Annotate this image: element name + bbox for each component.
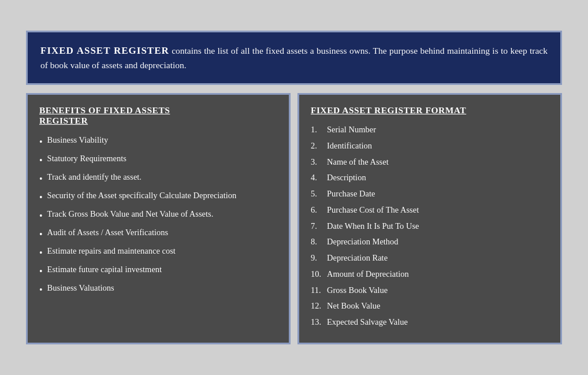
list-item: 3.Name of the Asset (311, 156, 549, 169)
item-label: Description (327, 172, 366, 184)
item-number: 3. (311, 156, 327, 169)
list-item: •Statutory Requirements (39, 153, 277, 168)
item-number: 11. (311, 284, 327, 297)
item-number: 8. (311, 236, 327, 248)
list-item: 5.Purchase Date (311, 188, 549, 201)
item-label: Depreciation Rate (327, 252, 388, 265)
item-number: 9. (311, 252, 327, 265)
item-number: 5. (311, 188, 327, 201)
item-label: Gross Book Value (327, 284, 388, 297)
item-label: Depreciation Method (327, 236, 399, 248)
item-label: Net Book Value (327, 300, 380, 313)
list-item: •Audit of Assets / Asset Verifications (39, 227, 277, 242)
format-list: 1.Serial Number2.Identification3.Name of… (311, 124, 549, 329)
item-number: 1. (311, 124, 327, 136)
item-number: 13. (311, 316, 327, 329)
list-item: 12.Net Book Value (311, 300, 549, 313)
two-column-section: BENEFITS OF FIXED ASSETS REGISTER •Busin… (26, 93, 562, 344)
list-item: •Security of the Asset specifically Calc… (39, 190, 277, 205)
list-item: 13.Expected Salvage Value (311, 316, 549, 329)
bullet-icon: • (39, 172, 43, 186)
list-item: 10.Amount of Depreciation (311, 268, 549, 281)
bullet-icon: • (39, 154, 43, 168)
list-item: •Estimate repairs and maintenance cost (39, 245, 277, 260)
list-item: •Track and identify the asset. (39, 171, 277, 186)
page-wrapper: FIXED ASSET REGISTER contains the list o… (17, 21, 571, 354)
item-label: Purchase Cost of The Asset (327, 204, 419, 217)
list-item: 4.Description (311, 172, 549, 184)
list-item: 9.Depreciation Rate (311, 252, 549, 265)
list-item: 6.Purchase Cost of The Asset (311, 204, 549, 217)
benefits-list: •Business Viability•Statutory Requiremen… (39, 134, 277, 297)
benefits-column: BENEFITS OF FIXED ASSETS REGISTER •Busin… (26, 93, 291, 344)
item-number: 12. (311, 300, 327, 313)
list-item: •Business Viability (39, 134, 277, 149)
header-title: FIXED ASSET REGISTER (40, 45, 169, 56)
item-number: 2. (311, 140, 327, 153)
format-column: FIXED ASSET REGISTER FORMAT 1.Serial Num… (297, 93, 562, 344)
header-banner: FIXED ASSET REGISTER contains the list o… (26, 31, 562, 85)
list-item: •Business Valuations (39, 282, 277, 297)
list-item: 1.Serial Number (311, 124, 549, 136)
list-item: 2.Identification (311, 140, 549, 153)
benefits-heading: BENEFITS OF FIXED ASSETS REGISTER (39, 105, 277, 126)
bullet-icon: • (39, 191, 43, 205)
list-item: 11.Gross Book Value (311, 284, 549, 297)
bullet-icon: • (39, 135, 43, 149)
list-item: •Estimate future capital investment (39, 263, 277, 279)
list-item: 8.Depreciation Method (311, 236, 549, 248)
item-number: 10. (311, 268, 327, 281)
item-label: Date When It Is Put To Use (327, 220, 419, 233)
item-number: 7. (311, 220, 327, 233)
format-heading: FIXED ASSET REGISTER FORMAT (311, 105, 549, 116)
bullet-icon: • (39, 246, 43, 260)
item-label: Serial Number (327, 124, 376, 136)
bullet-icon: • (39, 209, 43, 223)
bullet-icon: • (39, 265, 43, 279)
item-label: Expected Salvage Value (327, 316, 408, 329)
item-label: Name of the Asset (327, 156, 389, 169)
bullet-icon: • (39, 283, 43, 297)
list-item: 7.Date When It Is Put To Use (311, 220, 549, 233)
item-label: Identification (327, 140, 372, 153)
item-number: 6. (311, 204, 327, 217)
bullet-icon: • (39, 228, 43, 242)
item-label: Purchase Date (327, 188, 375, 201)
item-label: Amount of Depreciation (327, 268, 409, 281)
list-item: •Track Gross Book Value and Net Value of… (39, 208, 277, 223)
item-number: 4. (311, 172, 327, 184)
